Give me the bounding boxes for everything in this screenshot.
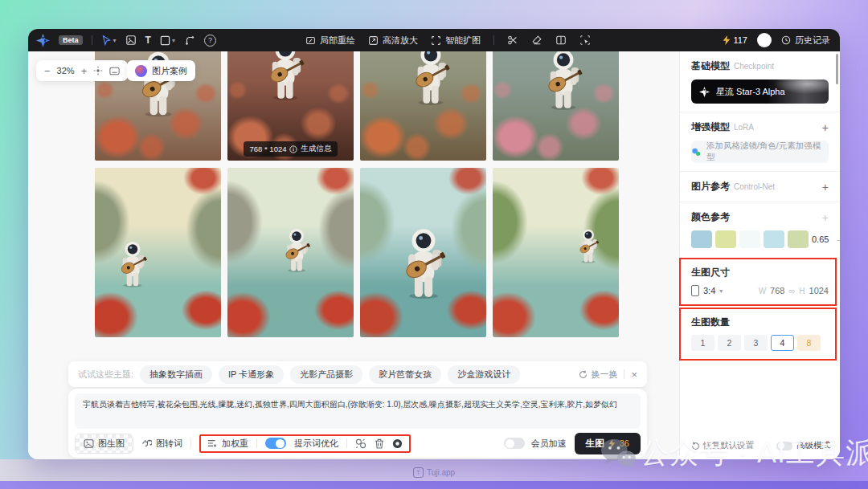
generated-image-8-astronaut-river-village[interactable] — [493, 168, 619, 337]
topic-chip[interactable]: 抽象数字插画 — [140, 365, 212, 384]
canvas-area[interactable]: 768 * 1024 生成信息 − 32% + 图片案 — [28, 51, 679, 459]
top-toolbar: Beta ▾ T ▾ ? 局部重绘 — [28, 29, 840, 51]
lora-tag: LoRA — [734, 123, 754, 132]
prompt-optimize-label: 提示词优化 — [294, 438, 338, 450]
image-case-chip[interactable]: 图片案例 — [127, 60, 195, 81]
reset-defaults-button[interactable]: 恢复默认设置 — [691, 440, 754, 451]
member-boost-toggle[interactable] — [504, 438, 525, 449]
refresh-topics-button[interactable]: 换一换 — [579, 369, 617, 381]
sidebar-scrollbar[interactable] — [836, 54, 838, 84]
history-button[interactable]: 历史记录 — [781, 35, 830, 47]
advanced-mode-label: 高级模式 — [796, 440, 830, 451]
generation-info-pill[interactable]: 768 * 1024 生成信息 — [244, 141, 338, 157]
background-bottom-strip — [0, 481, 868, 489]
settings-target-icon[interactable] — [392, 438, 403, 449]
count-option-2[interactable]: 2 — [718, 335, 741, 351]
connector-tool-button[interactable] — [184, 35, 195, 46]
credits-counter[interactable]: 117 — [723, 35, 747, 45]
trash-icon[interactable] — [375, 438, 384, 449]
split-view-icon[interactable] — [555, 35, 567, 46]
color-swatch-row: 0.65 — — [691, 230, 829, 248]
topic-chip-list: 抽象数字插画IP 卡通形象光影产品摄影胶片芭蕾女孩沙盒游戏设计 — [140, 365, 520, 384]
lightning-icon — [608, 439, 616, 448]
fit-view-icon[interactable] — [93, 66, 103, 75]
color-swatch[interactable] — [715, 230, 736, 248]
base-model-section: 基础模型 Checkpoint 星流 Star-3 Alpha — [680, 51, 840, 112]
topic-chip[interactable]: IP 卡通形象 — [219, 365, 284, 384]
color-swatch[interactable] — [788, 230, 809, 248]
height-label: H — [799, 287, 805, 295]
width-value[interactable]: 768 — [770, 286, 784, 295]
zoom-out-button[interactable]: − — [44, 66, 51, 76]
generated-image-6-astronaut-village-canal[interactable] — [227, 168, 354, 337]
text-tool-button[interactable]: T — [145, 35, 151, 46]
count-option-3[interactable]: 3 — [744, 335, 768, 351]
topic-chip[interactable]: 光影产品摄影 — [290, 365, 362, 384]
image-to-image-button[interactable]: 图生图 — [75, 434, 133, 454]
astronaut-figure — [280, 226, 313, 273]
smart-expand-button[interactable]: 智能扩图 — [431, 35, 481, 47]
add-lora-text: 添加风格滤镜/角色/元素加强模型 — [706, 141, 829, 163]
divider — [624, 369, 624, 379]
generate-button[interactable]: 生图 36 — [575, 433, 641, 454]
topic-suggestions-bar: 试试这些主题: 抽象数字插画IP 卡通形象光影产品摄影胶片芭蕾女孩沙盒游戏设计 … — [68, 361, 647, 387]
zoom-in-button[interactable]: + — [81, 66, 88, 76]
count-option-8[interactable]: 8 — [797, 335, 821, 351]
controlnet-section: 图片参考 Control-Net + — [680, 172, 840, 202]
astronaut-figure — [540, 51, 587, 111]
hd-upscale-button[interactable]: 高清放大 — [368, 35, 418, 47]
image-to-words-button[interactable]: 图转词 — [141, 438, 182, 450]
link-dimensions-icon[interactable]: ∞ — [788, 286, 795, 295]
base-model-tag: Checkpoint — [734, 62, 774, 71]
base-model-name: 星流 Star-3 Alpha — [716, 86, 785, 98]
info-icon — [289, 145, 297, 153]
capture-selection-icon[interactable] — [579, 35, 591, 46]
generated-image-3-astronaut-guitar-green-field[interactable] — [360, 51, 486, 161]
color-swatch[interactable] — [739, 230, 760, 248]
color-swatch[interactable] — [764, 230, 784, 248]
add-color-reference-button[interactable]: + — [822, 212, 829, 223]
count-option-4[interactable]: 4 — [771, 335, 794, 351]
select-tool-button[interactable]: ▾ — [101, 35, 117, 46]
chevron-down-icon[interactable]: ▾ — [719, 287, 723, 295]
add-lora-button[interactable]: + — [822, 122, 829, 133]
topic-chip[interactable]: 沙盒游戏设计 — [448, 365, 520, 384]
astronaut-figure — [407, 51, 454, 106]
generated-image-7-astronaut-closeup-canal[interactable] — [360, 168, 486, 337]
image-tool-button[interactable] — [125, 35, 137, 46]
height-value[interactable]: 1024 — [809, 286, 829, 295]
help-button[interactable]: ? — [204, 35, 216, 47]
prompt-actions-row: 图生图 图转词 加权重 提示词优化 — [75, 432, 641, 454]
add-lora-card[interactable]: 添加风格滤镜/角色/元素加强模型 — [691, 141, 829, 163]
toolbar-divider — [493, 35, 494, 45]
beta-badge: Beta — [59, 35, 83, 45]
generated-image-4-astronaut-guitar-pink-flowers[interactable] — [493, 51, 619, 161]
user-avatar[interactable] — [757, 33, 772, 47]
app-window: Beta ▾ T ▾ ? 局部重绘 — [28, 29, 840, 459]
prompt-input[interactable]: 宇航员谈着吉他特写,被花朵包围,光线,朦胧,迷幻,孤独世界,四周大面积留白,(弥… — [75, 393, 641, 429]
shortcut-panel-icon[interactable] — [109, 67, 120, 75]
add-weight-button[interactable]: 加权重 — [207, 438, 248, 450]
close-topics-button[interactable]: × — [631, 369, 637, 381]
prompt-optimize-toggle[interactable] — [265, 438, 286, 449]
ratio-select[interactable]: 3:4 — [703, 286, 715, 295]
advanced-mode-toggle[interactable] — [776, 442, 792, 450]
eraser-icon[interactable] — [531, 35, 542, 46]
collapse-minus-button[interactable]: — — [837, 234, 840, 244]
generated-image-5-astronaut-arch-and-towers[interactable] — [95, 168, 221, 337]
topic-chip[interactable]: 胶片芭蕾女孩 — [369, 365, 441, 384]
annotation-box-count: 生图数量 12348 — [679, 308, 837, 361]
shape-tool-button[interactable]: ▾ — [160, 35, 175, 46]
base-model-card[interactable]: 星流 Star-3 Alpha — [691, 79, 829, 104]
inpaint-button[interactable]: 局部重绘 — [305, 35, 355, 47]
zoom-controls: − 32% + — [36, 60, 128, 81]
count-option-1[interactable]: 1 — [691, 335, 714, 351]
astronaut-figure — [396, 225, 450, 300]
app-logo-icon[interactable] — [36, 34, 50, 47]
site-badge: T Tuji.app — [0, 467, 868, 478]
translate-swap-icon[interactable] — [355, 438, 366, 449]
color-swatch[interactable] — [691, 230, 712, 248]
scissors-icon[interactable] — [507, 35, 518, 46]
add-controlnet-button[interactable]: + — [822, 181, 829, 193]
chevron-down-icon: ▾ — [172, 37, 175, 44]
